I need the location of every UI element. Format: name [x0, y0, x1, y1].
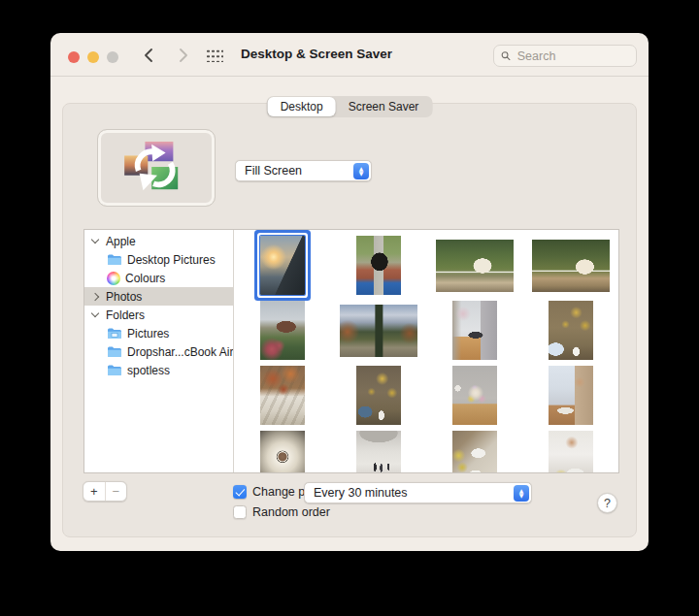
- desktop-preview-tile: [97, 129, 216, 207]
- photo-thumbnail-reeds-platform-2[interactable]: [532, 240, 610, 292]
- remove-folder-button[interactable]: −: [105, 482, 127, 501]
- photo-thumbnail-flower-bouquet-table[interactable]: [452, 366, 497, 425]
- photo-thumbnail-spotlit-painting[interactable]: [260, 431, 305, 472]
- photo-thumbnail-autumn-leaves-laptop[interactable]: [549, 301, 593, 360]
- sidebar-item-pictures[interactable]: Pictures: [84, 324, 233, 342]
- search-field[interactable]: [493, 45, 637, 67]
- photo-thumbnail-sunset-lake-boat[interactable]: [260, 236, 305, 295]
- photo-thumbnail-yellow-leaves-screen[interactable]: [356, 366, 401, 425]
- photo-thumbnail-woman-at-cafe-window[interactable]: [549, 366, 593, 425]
- sidebar-item-label: Colours: [125, 272, 165, 285]
- chevron-right-icon: [179, 49, 188, 62]
- photo-thumbnail-bright-cafe-person[interactable]: [549, 431, 593, 472]
- photo-thumbnail-person-brick-wall[interactable]: [356, 236, 401, 295]
- traffic-lights: [68, 51, 118, 63]
- search-input[interactable]: [516, 49, 629, 64]
- sidebar-item-dropshar-cbook-air[interactable]: Dropshar...cBook Air: [84, 342, 233, 361]
- chevron-down-icon[interactable]: [91, 309, 99, 317]
- title-bar: Desktop & Screen Saver: [50, 33, 649, 77]
- sidebar-item-label: Apple: [106, 235, 136, 248]
- sidebar-item-label: spotless: [127, 364, 170, 377]
- help-button[interactable]: ?: [597, 493, 617, 513]
- sidebar-item-label: Dropshar...cBook Air: [127, 345, 233, 359]
- sidebar-item-label: Folders: [106, 308, 145, 322]
- interval-value: Every 30 minutes: [314, 486, 514, 500]
- preferences-window: Desktop & Screen Saver Desktop Screen Sa…: [50, 33, 649, 551]
- sidebar-item-apple[interactable]: Apple: [84, 232, 233, 250]
- fill-mode-select[interactable]: Fill Screen ▲▼: [235, 160, 372, 181]
- folder-icon: [107, 253, 122, 266]
- select-stepper-icon: ▲▼: [353, 163, 369, 179]
- sidebar-list: AppleDesktop PicturesColoursPhotosFolder…: [84, 230, 234, 472]
- picture-source-box: AppleDesktop PicturesColoursPhotosFolder…: [83, 229, 619, 473]
- zoom-button: [107, 51, 118, 63]
- sidebar-item-label: Photos: [106, 290, 142, 304]
- interval-select[interactable]: Every 30 minutes ▲▼: [304, 482, 532, 503]
- photo-thumbnail-ship-on-shore[interactable]: [260, 301, 305, 360]
- search-icon: [501, 50, 511, 61]
- rotating-pictures-icon: [123, 141, 189, 195]
- tab-bar: Desktop Screen Saver: [267, 96, 433, 117]
- fill-mode-value: Fill Screen: [245, 164, 353, 178]
- tab-screen-saver[interactable]: Screen Saver: [336, 97, 432, 116]
- chevron-right-icon[interactable]: [91, 292, 99, 300]
- chevron-down-icon[interactable]: [91, 236, 99, 243]
- chevron-left-icon: [144, 49, 153, 62]
- sidebar-item-photos[interactable]: Photos: [84, 287, 233, 306]
- sidebar-item-label: Pictures: [127, 327, 169, 340]
- close-button[interactable]: [68, 51, 80, 63]
- sidebar-item-colours[interactable]: Colours: [84, 269, 233, 287]
- window-title: Desktop & Screen Saver: [241, 47, 392, 61]
- show-all-grid-icon[interactable]: [206, 48, 223, 62]
- photo-thumbnail-autumn-leaves-table[interactable]: [260, 366, 305, 425]
- add-remove-group: + −: [83, 481, 127, 502]
- photo-thumbnail-autumn-park[interactable]: [340, 305, 417, 357]
- folder-icon: [107, 345, 122, 358]
- tab-desktop[interactable]: Desktop: [268, 97, 336, 116]
- photo-thumbnail-table-plates-dishes[interactable]: [452, 431, 497, 472]
- sidebar-item-spotless[interactable]: spotless: [84, 361, 233, 379]
- photo-grid: [234, 230, 618, 472]
- add-folder-button[interactable]: +: [83, 482, 105, 501]
- photo-thumbnail-art-gallery-people[interactable]: [356, 431, 401, 472]
- sidebar-item-folders[interactable]: Folders: [84, 306, 233, 324]
- sidebar-item-desktop-pictures[interactable]: Desktop Pictures: [84, 250, 233, 269]
- minimize-button[interactable]: [87, 51, 99, 63]
- random-order-checkbox[interactable]: [233, 505, 247, 519]
- random-order-row: Random order: [233, 505, 330, 519]
- folder-icon: [107, 364, 122, 376]
- photo-thumbnail-desk-laptop-flowers[interactable]: [452, 301, 497, 360]
- sidebar-item-label: Desktop Pictures: [127, 253, 216, 267]
- select-stepper-icon: ▲▼: [514, 485, 529, 502]
- photo-thumbnail-reeds-platform-1[interactable]: [436, 240, 514, 292]
- color-wheel-icon: [107, 272, 120, 285]
- forward-button[interactable]: [173, 45, 194, 66]
- back-button[interactable]: [138, 45, 159, 66]
- change-picture-checkbox[interactable]: [233, 485, 247, 499]
- random-order-label[interactable]: Random order: [252, 505, 330, 519]
- folder-image-icon: [107, 327, 122, 340]
